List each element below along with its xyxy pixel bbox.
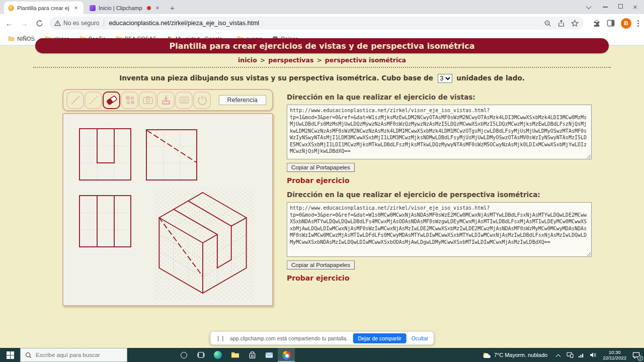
instruction-line: Inventa una pieza dibujando sus vistas y… (0, 74, 644, 83)
isometric-grid-dots (154, 188, 255, 299)
file-explorer-icon[interactable] (226, 348, 244, 362)
pause-icon: ❙❙ (216, 335, 225, 341)
notification-center-icon[interactable]: 2 (631, 348, 641, 362)
chrome-taskbar-icon[interactable] (278, 348, 295, 362)
vistas-url-textarea[interactable]: http://www.educacionplastica.net/zirkel/… (287, 105, 592, 159)
drawing-canvas[interactable] (62, 113, 273, 306)
tray-chevron-up-icon[interactable] (553, 348, 563, 362)
page-title: Plantilla para crear ejercicios de vista… (170, 41, 475, 51)
extensions-puzzle-icon[interactable] (593, 19, 601, 27)
drawing-toolbar: PDF Referencia (62, 89, 273, 111)
dashed-line-tool-icon[interactable] (85, 92, 102, 109)
share-message: app.clipchamp.com está compartiendo tu p… (230, 335, 348, 341)
bookmark-star-icon[interactable] (571, 20, 579, 27)
time-text: 10:30 (603, 349, 626, 355)
isometrica-url-textarea[interactable]: http://www.educacionplastica.net/zirkel/… (287, 202, 592, 257)
search-input[interactable] (36, 352, 116, 358)
clipchamp-favicon (90, 5, 96, 11)
instruction-text: Inventa una pieza dibujando sus vistas y… (119, 74, 433, 82)
line-tool-icon[interactable] (66, 92, 84, 109)
forward-icon[interactable]: → (18, 17, 30, 29)
probar-ejercicio-link[interactable]: Probar ejercicio (287, 274, 350, 282)
store-icon[interactable] (244, 348, 261, 362)
mail-tool-icon[interactable] (175, 92, 193, 109)
dotted-divider (33, 67, 611, 68)
security-label: No es seguro (63, 20, 99, 27)
svg-text:PDF: PDF (163, 101, 169, 104)
web-page: Plantilla para crear ejercicios de vista… (0, 46, 644, 348)
breadcrumb-perspectivas[interactable]: perspectivas (268, 56, 313, 64)
tab-plantilla[interactable]: Plantilla para crear ejercicios de × (4, 2, 84, 14)
isometrica-section: Dirección en la que realizar el ejercici… (287, 191, 593, 283)
cloud-icon (482, 352, 491, 358)
security-chip[interactable]: No es seguro (54, 20, 104, 27)
warning-triangle-icon (54, 20, 61, 26)
omnibox[interactable]: No es seguro educacionplastica.net/zirke… (49, 17, 584, 30)
cube-size-select[interactable]: 3 (438, 74, 452, 83)
task-view-icon[interactable] (192, 348, 209, 362)
search-icon (25, 352, 32, 358)
site-favicon (8, 5, 14, 11)
back-icon[interactable]: ← (3, 17, 15, 29)
new-tab-button[interactable]: + (170, 4, 175, 12)
url-text[interactable]: educacionplastica.net/zirkel/pieza_eje_i… (104, 20, 540, 27)
page-title-banner: Plantilla para crear ejercicios de vista… (35, 38, 609, 53)
zoom-icon[interactable] (544, 20, 551, 27)
referencia-button[interactable]: Referencia (219, 95, 266, 105)
address-bar: ← → No es seguro educacionplastica.net/z… (0, 14, 644, 32)
vistas-heading: Dirección en la que realizar el ejercici… (287, 93, 593, 101)
notification-badge: 2 (637, 355, 643, 361)
side-panel-icon[interactable] (607, 19, 615, 27)
profile-avatar[interactable]: B (621, 18, 631, 29)
windows-logo-icon (7, 351, 14, 359)
vistas-section: Dirección en la que realizar el ejercici… (287, 93, 593, 185)
views-and-isometric-drawing (63, 114, 272, 305)
copy-clipboard-button[interactable]: Copiar al Portapapeles (287, 163, 355, 172)
minimize-button[interactable] (603, 7, 608, 8)
copy-clipboard-button[interactable]: Copiar al Portapapeles (287, 260, 355, 269)
cast-screen-icon[interactable] (565, 348, 575, 362)
tab-search-chevron-icon[interactable] (587, 5, 591, 9)
date-text: 22/11/2022 (603, 355, 626, 360)
edge-icon[interactable] (209, 348, 226, 362)
volume-icon[interactable] (588, 348, 598, 362)
tab-clipchamp[interactable]: Inicio | Clipchamp × (86, 2, 165, 14)
isometrica-heading: Dirección en la que realizar el ejercici… (287, 191, 593, 199)
weather-text: 7°C Mayorm. nublado (494, 352, 548, 358)
hide-link[interactable]: Ocultar (412, 335, 429, 341)
pdf-download-tool-icon[interactable]: PDF (157, 92, 175, 109)
weather-widget[interactable]: 7°C Mayorm. nublado (482, 352, 548, 358)
tab-title: Plantilla para crear ejercicios de (17, 5, 69, 11)
taskbar-clock[interactable]: 10:30 22/11/2022 (600, 349, 629, 360)
windows-taskbar: 7°C Mayorm. nublado 10:30 22/11/2022 2 (0, 348, 644, 362)
tab-title: Inicio | Clipchamp (99, 5, 144, 11)
taskbar-search[interactable] (20, 348, 127, 362)
eraser-tool-icon[interactable] (103, 92, 120, 109)
power-tool-icon[interactable] (193, 92, 211, 109)
network-icon[interactable] (577, 348, 586, 362)
tab-close-icon[interactable]: × (72, 5, 79, 12)
breadcrumb-inicio[interactable]: inicio (238, 56, 257, 64)
folder-icon (8, 36, 15, 41)
stop-sharing-button[interactable]: Dejar de compartir (353, 333, 406, 343)
start-button[interactable] (0, 348, 20, 362)
snapshot-tool-icon[interactable] (139, 92, 156, 109)
tab-strip: Plantilla para crear ejercicios de × Ini… (0, 0, 644, 14)
bookmark-folder[interactable]: NIÑOS (4, 34, 39, 43)
chrome-menu-icon[interactable] (637, 20, 639, 27)
breadcrumb-perspectiva-isometrica[interactable]: perspectiva isométrica (325, 56, 406, 64)
reload-icon[interactable] (33, 17, 45, 29)
cortana-icon[interactable] (175, 348, 192, 362)
blocks-tool-icon[interactable] (121, 92, 138, 109)
mail-icon[interactable] (261, 348, 278, 362)
breadcrumb-separator: > (316, 56, 321, 64)
screen-share-notification: ❙❙ app.clipchamp.com está compartiendo t… (210, 331, 434, 345)
probar-ejercicio-link[interactable]: Probar ejercicio (287, 176, 350, 185)
share-icon[interactable] (557, 20, 565, 27)
window-close-button[interactable]: × (633, 3, 637, 11)
recording-indicator-icon (147, 6, 151, 10)
restore-button[interactable] (618, 4, 623, 9)
breadcrumb-separator: > (260, 56, 265, 64)
instruction-text: unidades de lado. (456, 74, 525, 82)
tab-close-icon[interactable]: × (154, 5, 161, 12)
